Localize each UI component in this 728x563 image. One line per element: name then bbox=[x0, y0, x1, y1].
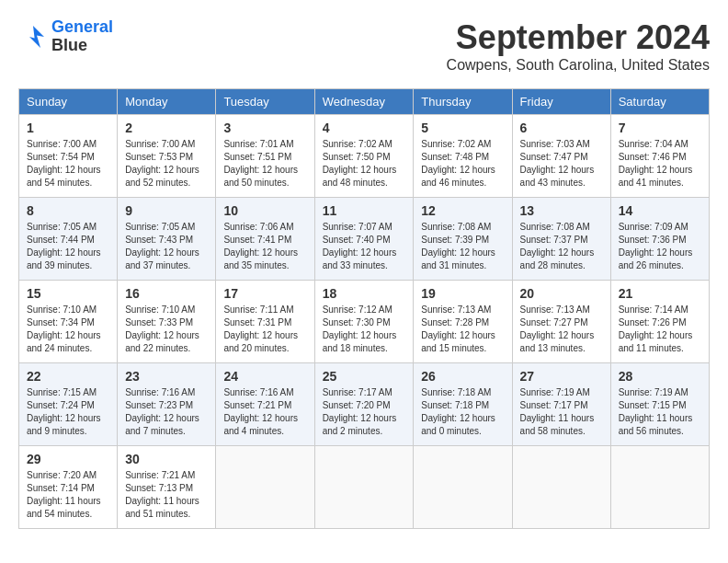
table-row: 15Sunrise: 7:10 AMSunset: 7:34 PMDayligh… bbox=[19, 281, 118, 363]
day-number: 27 bbox=[520, 369, 603, 384]
day-number: 30 bbox=[125, 452, 208, 466]
header-tuesday: Tuesday bbox=[216, 89, 314, 115]
location-title: Cowpens, South Carolina, United States bbox=[447, 57, 710, 74]
day-info: Sunrise: 7:15 AMSunset: 7:24 PMDaylight:… bbox=[27, 386, 109, 438]
day-number: 17 bbox=[223, 286, 306, 301]
table-row: 14Sunrise: 7:09 AMSunset: 7:36 PMDayligh… bbox=[610, 198, 709, 281]
header-wednesday: Wednesday bbox=[314, 89, 414, 115]
month-title: September 2024 bbox=[447, 18, 710, 57]
day-info: Sunrise: 7:05 AMSunset: 7:44 PMDaylight:… bbox=[27, 221, 109, 272]
header-sunday: Sunday bbox=[19, 89, 118, 115]
table-row bbox=[314, 446, 414, 529]
day-info: Sunrise: 7:07 AMSunset: 7:40 PMDaylight:… bbox=[323, 221, 406, 272]
header-thursday: Thursday bbox=[414, 89, 512, 115]
day-info: Sunrise: 7:10 AMSunset: 7:33 PMDaylight:… bbox=[125, 304, 208, 355]
logo: General Blue bbox=[18, 18, 113, 55]
day-number: 25 bbox=[323, 369, 406, 384]
day-info: Sunrise: 7:19 AMSunset: 7:15 PMDaylight:… bbox=[619, 386, 701, 438]
table-row bbox=[414, 446, 512, 529]
logo-text: General Blue bbox=[51, 18, 113, 55]
table-row: 24Sunrise: 7:16 AMSunset: 7:21 PMDayligh… bbox=[216, 363, 314, 446]
table-row: 28Sunrise: 7:19 AMSunset: 7:15 PMDayligh… bbox=[610, 363, 709, 446]
header-saturday: Saturday bbox=[610, 89, 709, 115]
day-info: Sunrise: 7:04 AMSunset: 7:46 PMDaylight:… bbox=[619, 138, 701, 190]
table-row: 25Sunrise: 7:17 AMSunset: 7:20 PMDayligh… bbox=[314, 363, 414, 446]
day-number: 19 bbox=[421, 286, 504, 301]
table-row: 5Sunrise: 7:02 AMSunset: 7:48 PMDaylight… bbox=[414, 115, 512, 198]
day-number: 10 bbox=[223, 203, 306, 218]
day-info: Sunrise: 7:13 AMSunset: 7:28 PMDaylight:… bbox=[421, 304, 504, 355]
table-row: 4Sunrise: 7:02 AMSunset: 7:50 PMDaylight… bbox=[314, 115, 414, 198]
page-header: General Blue September 2024 Cowpens, Sou… bbox=[18, 18, 710, 74]
day-number: 15 bbox=[27, 286, 109, 301]
day-number: 21 bbox=[619, 286, 701, 301]
table-row: 16Sunrise: 7:10 AMSunset: 7:33 PMDayligh… bbox=[118, 281, 216, 363]
day-info: Sunrise: 7:16 AMSunset: 7:21 PMDaylight:… bbox=[223, 386, 306, 438]
day-number: 24 bbox=[223, 369, 306, 384]
table-row: 17Sunrise: 7:11 AMSunset: 7:31 PMDayligh… bbox=[216, 281, 314, 363]
day-info: Sunrise: 7:19 AMSunset: 7:17 PMDaylight:… bbox=[520, 386, 603, 438]
day-number: 26 bbox=[421, 369, 504, 384]
day-info: Sunrise: 7:17 AMSunset: 7:20 PMDaylight:… bbox=[323, 386, 406, 438]
day-number: 8 bbox=[27, 203, 109, 218]
day-info: Sunrise: 7:12 AMSunset: 7:30 PMDaylight:… bbox=[323, 304, 406, 355]
table-row: 26Sunrise: 7:18 AMSunset: 7:18 PMDayligh… bbox=[414, 363, 512, 446]
day-number: 2 bbox=[125, 121, 208, 135]
day-number: 1 bbox=[27, 121, 109, 135]
day-number: 11 bbox=[323, 203, 406, 218]
table-row: 23Sunrise: 7:16 AMSunset: 7:23 PMDayligh… bbox=[118, 363, 216, 446]
table-row: 6Sunrise: 7:03 AMSunset: 7:47 PMDaylight… bbox=[512, 115, 610, 198]
calendar-header-row: Sunday Monday Tuesday Wednesday Thursday… bbox=[19, 89, 710, 115]
day-number: 4 bbox=[323, 121, 406, 135]
table-row: 7Sunrise: 7:04 AMSunset: 7:46 PMDaylight… bbox=[610, 115, 709, 198]
header-monday: Monday bbox=[118, 89, 216, 115]
day-info: Sunrise: 7:03 AMSunset: 7:47 PMDaylight:… bbox=[520, 138, 603, 190]
day-info: Sunrise: 7:08 AMSunset: 7:39 PMDaylight:… bbox=[421, 221, 504, 272]
day-number: 3 bbox=[223, 121, 306, 135]
calendar-week-row: 15Sunrise: 7:10 AMSunset: 7:34 PMDayligh… bbox=[19, 281, 710, 363]
day-info: Sunrise: 7:09 AMSunset: 7:36 PMDaylight:… bbox=[619, 221, 701, 272]
table-row: 1Sunrise: 7:00 AMSunset: 7:54 PMDaylight… bbox=[19, 115, 118, 198]
table-row: 29Sunrise: 7:20 AMSunset: 7:14 PMDayligh… bbox=[19, 446, 118, 529]
calendar-week-row: 8Sunrise: 7:05 AMSunset: 7:44 PMDaylight… bbox=[19, 198, 710, 281]
table-row: 8Sunrise: 7:05 AMSunset: 7:44 PMDaylight… bbox=[19, 198, 118, 281]
day-info: Sunrise: 7:20 AMSunset: 7:14 PMDaylight:… bbox=[27, 469, 109, 521]
svg-marker-0 bbox=[29, 26, 44, 48]
day-info: Sunrise: 7:00 AMSunset: 7:54 PMDaylight:… bbox=[27, 138, 109, 190]
table-row bbox=[512, 446, 610, 529]
table-row: 10Sunrise: 7:06 AMSunset: 7:41 PMDayligh… bbox=[216, 198, 314, 281]
table-row: 11Sunrise: 7:07 AMSunset: 7:40 PMDayligh… bbox=[314, 198, 414, 281]
day-number: 6 bbox=[520, 121, 603, 135]
day-info: Sunrise: 7:13 AMSunset: 7:27 PMDaylight:… bbox=[520, 304, 603, 355]
table-row: 12Sunrise: 7:08 AMSunset: 7:39 PMDayligh… bbox=[414, 198, 512, 281]
day-info: Sunrise: 7:05 AMSunset: 7:43 PMDaylight:… bbox=[125, 221, 208, 272]
day-number: 5 bbox=[421, 121, 504, 135]
day-info: Sunrise: 7:21 AMSunset: 7:13 PMDaylight:… bbox=[125, 469, 208, 521]
title-section: September 2024 Cowpens, South Carolina, … bbox=[447, 18, 710, 74]
calendar-week-row: 29Sunrise: 7:20 AMSunset: 7:14 PMDayligh… bbox=[19, 446, 710, 529]
day-number: 29 bbox=[27, 452, 109, 466]
day-info: Sunrise: 7:16 AMSunset: 7:23 PMDaylight:… bbox=[125, 386, 208, 438]
table-row: 27Sunrise: 7:19 AMSunset: 7:17 PMDayligh… bbox=[512, 363, 610, 446]
day-info: Sunrise: 7:02 AMSunset: 7:50 PMDaylight:… bbox=[323, 138, 406, 190]
day-info: Sunrise: 7:08 AMSunset: 7:37 PMDaylight:… bbox=[520, 221, 603, 272]
day-number: 13 bbox=[520, 203, 603, 218]
logo-icon bbox=[18, 22, 48, 52]
table-row bbox=[216, 446, 314, 529]
table-row: 13Sunrise: 7:08 AMSunset: 7:37 PMDayligh… bbox=[512, 198, 610, 281]
day-number: 22 bbox=[27, 369, 109, 384]
day-number: 28 bbox=[619, 369, 701, 384]
day-number: 20 bbox=[520, 286, 603, 301]
day-info: Sunrise: 7:00 AMSunset: 7:53 PMDaylight:… bbox=[125, 138, 208, 190]
table-row: 9Sunrise: 7:05 AMSunset: 7:43 PMDaylight… bbox=[118, 198, 216, 281]
calendar-table: Sunday Monday Tuesday Wednesday Thursday… bbox=[18, 88, 710, 529]
day-number: 9 bbox=[125, 203, 208, 218]
day-number: 14 bbox=[619, 203, 701, 218]
day-info: Sunrise: 7:06 AMSunset: 7:41 PMDaylight:… bbox=[223, 221, 306, 272]
header-friday: Friday bbox=[512, 89, 610, 115]
day-number: 23 bbox=[125, 369, 208, 384]
day-info: Sunrise: 7:10 AMSunset: 7:34 PMDaylight:… bbox=[27, 304, 109, 355]
day-number: 16 bbox=[125, 286, 208, 301]
table-row: 2Sunrise: 7:00 AMSunset: 7:53 PMDaylight… bbox=[118, 115, 216, 198]
day-info: Sunrise: 7:02 AMSunset: 7:48 PMDaylight:… bbox=[421, 138, 504, 190]
